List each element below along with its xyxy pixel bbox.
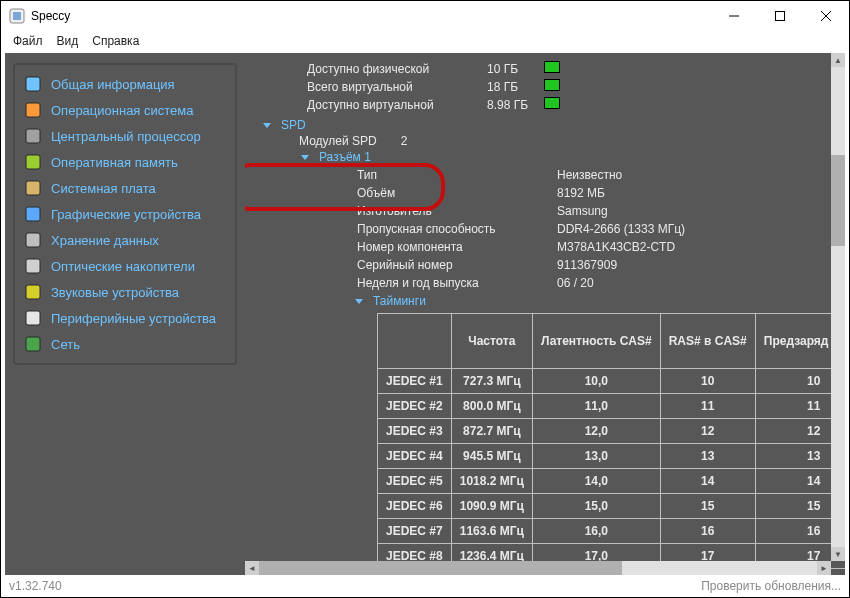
sidebar-item-audio[interactable]: Звуковые устройства (15, 279, 235, 305)
peripherals-icon (25, 310, 41, 326)
collapse-icon[interactable] (355, 299, 363, 304)
os-icon (25, 102, 41, 118)
vertical-scrollbar[interactable]: ▲ ▼ (831, 53, 845, 561)
sidebar-item-motherboard[interactable]: Системная плата (15, 175, 235, 201)
usage-bar-icon (544, 97, 560, 109)
table-row: JEDEC #4945.5 МГц13,013133144 (378, 444, 846, 469)
svg-rect-9 (26, 155, 40, 169)
sidebar-item-graphics[interactable]: Графические устройства (15, 201, 235, 227)
spd-modules-count: 2 (401, 133, 408, 149)
menu-view[interactable]: Вид (51, 32, 85, 50)
svg-rect-11 (26, 207, 40, 221)
usage-bar-icon (544, 61, 560, 73)
spd-timings[interactable]: Тайминги (373, 293, 426, 309)
table-row: JEDEC #51018.2 МГц14,014143347 (378, 469, 846, 494)
timing-header (378, 314, 452, 369)
svg-rect-12 (26, 233, 40, 247)
client-area: Общая информацияОперационная системаЦент… (5, 53, 845, 575)
close-button[interactable] (803, 1, 849, 31)
motherboard-icon (25, 180, 41, 196)
sidebar-item-peripherals[interactable]: Периферийные устройства (15, 305, 235, 331)
statusbar: v1.32.740 Проверить обновления... (5, 577, 845, 595)
svg-rect-7 (26, 103, 40, 117)
sidebar-item-cpu[interactable]: Центральный процессор (15, 123, 235, 149)
svg-rect-15 (26, 311, 40, 325)
main-panel: Доступно физической10 ГБВсего виртуально… (245, 53, 845, 575)
sidebar-item-label: Операционная система (51, 103, 194, 118)
timing-header: Латентность CAS# (532, 314, 660, 369)
audio-icon (25, 284, 41, 300)
svg-rect-16 (26, 337, 40, 351)
svg-rect-3 (776, 12, 785, 21)
sidebar-item-label: Периферийные устройства (51, 311, 216, 326)
titlebar: Speccy (1, 1, 849, 31)
sidebar-item-label: Оптические накопители (51, 259, 195, 274)
svg-rect-6 (26, 77, 40, 91)
cpu-icon (25, 128, 41, 144)
sidebar-item-label: Общая информация (51, 77, 175, 92)
table-row: JEDEC #1727.3 МГц10,010102434 (378, 369, 846, 394)
sidebar-item-ram[interactable]: Оперативная память (15, 149, 235, 175)
memory-summary: Доступно физической10 ГБВсего виртуально… (305, 59, 570, 115)
summary-icon (25, 76, 41, 92)
horizontal-scrollbar[interactable]: ◄ ► (245, 561, 831, 575)
svg-rect-13 (26, 259, 40, 273)
window-title: Speccy (31, 9, 70, 23)
sidebar-item-label: Сеть (51, 337, 80, 352)
sidebar-item-label: Звуковые устройства (51, 285, 179, 300)
maximize-button[interactable] (757, 1, 803, 31)
sidebar-item-os[interactable]: Операционная система (15, 97, 235, 123)
timing-header: Частота (451, 314, 532, 369)
sidebar-item-label: Системная плата (51, 181, 156, 196)
usage-bar-icon (544, 79, 560, 91)
storage-icon (25, 232, 41, 248)
ram-icon (25, 154, 41, 170)
collapse-icon[interactable] (263, 123, 271, 128)
sidebar-item-network[interactable]: Сеть (15, 331, 235, 357)
svg-rect-14 (26, 285, 40, 299)
graphics-icon (25, 206, 41, 222)
svg-rect-1 (13, 12, 21, 20)
sidebar-item-summary[interactable]: Общая информация (15, 71, 235, 97)
app-icon (9, 8, 25, 24)
table-row: JEDEC #61090.9 МГц15,015153550 (378, 494, 846, 519)
menu-file[interactable]: Файл (7, 32, 49, 50)
version-label: v1.32.740 (9, 579, 62, 593)
spd-properties: ТипНеизвестноОбъём8192 МБИзготовительSam… (355, 165, 695, 293)
svg-rect-8 (26, 129, 40, 143)
timing-table: ЧастотаЛатентность CAS#RAS# в CAS#Предза… (377, 313, 845, 575)
svg-rect-10 (26, 181, 40, 195)
menu-help[interactable]: Справка (86, 32, 145, 50)
sidebar-item-optical[interactable]: Оптические накопители (15, 253, 235, 279)
timing-header: RAS# в CAS# (660, 314, 755, 369)
sidebar-item-label: Центральный процессор (51, 129, 201, 144)
optical-icon (25, 258, 41, 274)
sidebar-item-label: Графические устройства (51, 207, 201, 222)
section-spd[interactable]: SPD (281, 117, 306, 133)
check-updates-link[interactable]: Проверить обновления... (701, 579, 841, 593)
sidebar-item-label: Оперативная память (51, 155, 178, 170)
minimize-button[interactable] (711, 1, 757, 31)
menubar: Файл Вид Справка (1, 31, 849, 51)
table-row: JEDEC #3872.7 МГц12,012122840 (378, 419, 846, 444)
app-window: Speccy Файл Вид Справка Общая информация… (0, 0, 850, 598)
network-icon (25, 336, 41, 352)
sidebar-item-storage[interactable]: Хранение данных (15, 227, 235, 253)
table-row: JEDEC #71163.6 МГц16,016163854 (378, 519, 846, 544)
table-row: JEDEC #2800.0 МГц11,011112637 (378, 394, 846, 419)
sidebar: Общая информацияОперационная системаЦент… (5, 53, 245, 575)
sidebar-item-label: Хранение данных (51, 233, 159, 248)
spd-modules-label: Модулей SPD (299, 133, 377, 149)
spd-slot[interactable]: Разъём 1 (319, 149, 371, 165)
collapse-icon[interactable] (301, 155, 309, 160)
